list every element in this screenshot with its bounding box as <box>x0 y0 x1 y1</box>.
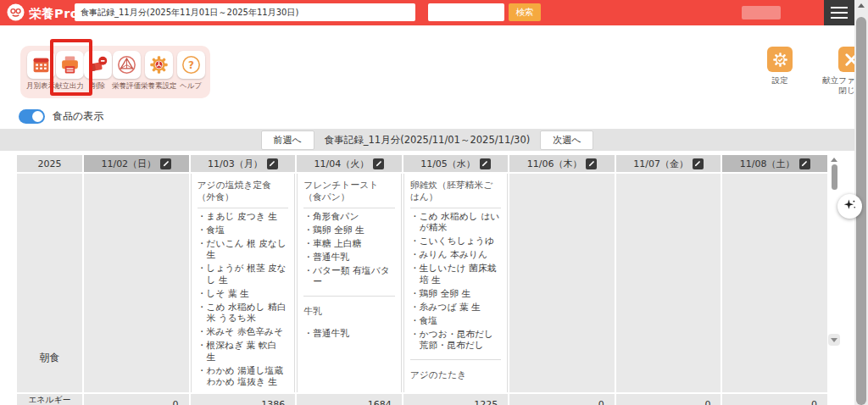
edit-date-icon[interactable] <box>480 158 491 169</box>
meal-cell-0[interactable] <box>84 174 189 392</box>
app-header: 栄養ProCloud 検索 <box>0 0 854 25</box>
date-label: 11/08（土） <box>740 158 795 170</box>
toolbar-item-label: 栄養素設定 <box>141 81 177 92</box>
toolbar-item-label: 月別表示 <box>26 81 55 92</box>
nutrient-row-0: エネルギー kcal0138616841225000 <box>17 394 827 405</box>
dish: 卵雑炊（胚芽精米ごはん）・こめ 水稲めし はいが精米・こいくちしょうゆ・みりん … <box>410 176 502 352</box>
dish: アジの塩焼き定食（外食）・まあじ 皮つき 生・食塩・だいこん 根 皮なし 生・し… <box>198 176 289 388</box>
action-settings-gear[interactable]: 設定 <box>749 47 810 97</box>
date-header-cell-2: 11/04（火） <box>297 155 402 172</box>
week-nav: 前週へ 食事記録_11月分(2025/11/01～2025/11/30) 次週へ <box>0 129 854 151</box>
food-item: ・みりん 本みりん <box>410 249 502 260</box>
page-scroll-up-icon[interactable] <box>858 3 865 8</box>
calendar-icon <box>27 51 55 79</box>
toolbar-item-calendar[interactable]: 月別表示 <box>26 51 55 92</box>
toolbar-item-label: 削除 <box>91 81 105 92</box>
date-label: 11/04（火） <box>314 158 370 170</box>
food-display-toggle[interactable] <box>19 109 45 124</box>
food-item: ・わかめ 湯通し塩蔵わかめ 塩抜き 生 <box>198 365 289 388</box>
food-item: ・だいこん 根 皮なし 生 <box>198 238 289 261</box>
nutrient-value: 0 <box>509 394 615 405</box>
meal-cell-5[interactable] <box>616 174 721 392</box>
dish-title: フレンチトースト（食パン） <box>303 176 395 208</box>
meal-cell-1[interactable]: アジの塩焼き定食（外食）・まあじ 皮つき 生・食塩・だいこん 根 皮なし 生・し… <box>191 174 296 392</box>
edit-date-icon[interactable] <box>693 158 704 169</box>
date-label: 11/06（木） <box>527 158 582 170</box>
meal-cell-3[interactable]: 卵雑炊（胚芽精米ごはん）・こめ 水稲めし はいが精米・こいくちしょうゆ・みりん … <box>403 174 509 392</box>
table-scroll-down-icon <box>831 338 837 342</box>
nutrient-settings-icon <box>145 51 173 79</box>
date-header-cell-6: 11/08（土） <box>722 155 827 172</box>
toolbar-item-delete[interactable]: 削除 <box>84 51 112 92</box>
food-item: ・しょうが 根茎 皮なし 生 <box>198 263 289 286</box>
table-scrollbar <box>828 158 840 346</box>
nutrient-label: エネルギー kcal <box>17 394 82 405</box>
date-header-cell-0: 11/02（日） <box>84 155 189 172</box>
breakfast-row: 朝食 アジの塩焼き定食（外食）・まあじ 皮つき 生・食塩・だいこん 根 皮なし … <box>17 174 827 392</box>
edit-date-icon[interactable] <box>586 158 597 169</box>
prev-week-button[interactable]: 前週へ <box>261 130 314 150</box>
toggle-label: 食品の表示 <box>53 109 103 124</box>
edit-date-icon[interactable] <box>799 158 810 169</box>
toolbar-item-nutrient-settings[interactable]: 栄養素設定 <box>141 51 177 92</box>
food-item: ・米みそ 赤色辛みそ <box>198 326 289 337</box>
food-item: ・糸みつば 葉 生 <box>410 302 502 313</box>
printer-icon <box>56 51 84 79</box>
toolbar-item-help[interactable]: ?ヘルプ <box>177 51 205 92</box>
sparkle-icon <box>843 198 857 214</box>
dish: アジのたたき <box>410 359 502 390</box>
search-button[interactable]: 検索 <box>509 3 541 21</box>
toolbar: 月別表示献立出力削除栄養評価栄養素設定?ヘルプ <box>20 46 210 98</box>
nutrient-value: 0 <box>722 394 827 405</box>
food-item: ・生しいたけ 菌床栽培 生 <box>410 263 502 286</box>
date-label: 11/05（水） <box>420 158 476 170</box>
toolbar-item-label: 献立出力 <box>55 81 84 92</box>
meal-cell-2[interactable]: フレンチトースト（食パン）・角形食パン・鶏卵 全卵 生・車糖 上白糖・普通牛乳・… <box>297 174 402 392</box>
help-icon: ? <box>177 51 205 79</box>
food-item: ・車糖 上白糖 <box>303 238 395 249</box>
dish: フレンチトースト（食パン）・角形食パン・鶏卵 全卵 生・車糖 上白糖・普通牛乳・… <box>303 176 395 288</box>
food-item: ・バター類 有塩バター <box>303 265 395 288</box>
logo-mark-icon <box>7 3 25 25</box>
nutrient-rows: エネルギー kcal0138616841225000アミノ酸組成によるたんぱく質… <box>17 394 827 405</box>
right-actions: 設定献立ファイルを閉じる <box>749 47 868 97</box>
nutrient-value: 1684 <box>297 394 402 405</box>
table-scroll-up-icon[interactable] <box>831 158 837 162</box>
hamburger-menu-icon[interactable] <box>824 0 854 25</box>
date-header-cell-3: 11/05（水） <box>403 155 509 172</box>
toolbar-item-label: 栄養評価 <box>112 81 141 92</box>
meal-cell-6[interactable] <box>722 174 827 392</box>
dish-title: アジの塩焼き定食（外食） <box>198 176 289 208</box>
table-scroll-down-button[interactable] <box>828 334 840 346</box>
food-item: ・根深ねぎ 葉 軟白 生 <box>198 340 289 363</box>
edit-date-icon[interactable] <box>267 158 278 169</box>
meal-table: 2025 11/02（日）11/03（月）11/04（火）11/05（水）11/… <box>17 155 827 405</box>
date-header-cell-5: 11/07（金） <box>616 155 721 172</box>
food-item: ・こめ 水稲めし 精白米 うるち米 <box>198 302 289 325</box>
dish-title: 卵雑炊（胚芽精米ごはん） <box>410 176 502 208</box>
food-item: ・こいくちしょうゆ <box>410 236 502 247</box>
nutrient-value: 0 <box>84 394 189 405</box>
food-item: ・食塩 <box>410 315 502 326</box>
meal-cell-4[interactable] <box>509 174 615 392</box>
food-item: ・鶏卵 全卵 生 <box>303 225 395 236</box>
file-title-input[interactable] <box>75 3 415 21</box>
next-week-button[interactable]: 次週へ <box>540 130 593 150</box>
toolbar-item-evaluation[interactable]: 栄養評価 <box>112 51 141 92</box>
edit-date-icon[interactable] <box>373 158 384 169</box>
nutrient-value: 1386 <box>191 394 296 405</box>
date-header-cell-4: 11/06（木） <box>509 155 615 172</box>
food-item: ・しそ 葉 生 <box>198 288 289 299</box>
table-scroll-thumb[interactable] <box>832 164 837 190</box>
toolbar-item-printer[interactable]: 献立出力 <box>55 51 84 92</box>
dish-title: アジのたたき <box>410 366 502 390</box>
nutrient-value: 0 <box>616 394 721 405</box>
sparkle-assistant-button[interactable] <box>837 194 862 219</box>
food-display-toggle-row: 食品の表示 <box>19 109 103 124</box>
search-input[interactable] <box>428 3 504 21</box>
meal-row-label: 朝食 <box>17 174 82 392</box>
food-item: ・こめ 水稲めし はいが精米 <box>410 211 502 234</box>
week-title: 食事記録_11月分(2025/11/01～2025/11/30) <box>325 134 530 147</box>
edit-date-icon[interactable] <box>160 158 171 169</box>
dish: 牛乳・普通牛乳 <box>303 296 395 340</box>
